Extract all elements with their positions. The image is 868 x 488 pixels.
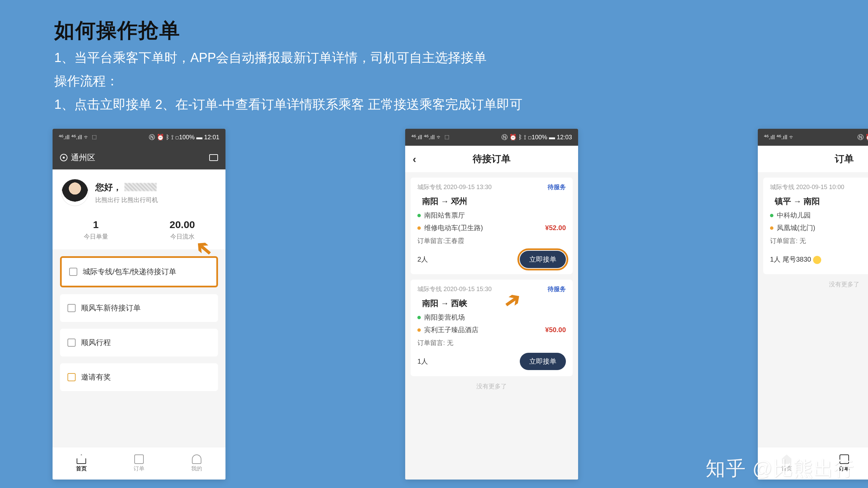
page-header: 订单 xyxy=(758,146,868,172)
order-people: 1人 尾号3830 xyxy=(770,255,821,264)
status-left: ⁴⁶.ıll ⁴⁶.ıll ᯤ ⬚ xyxy=(411,134,450,141)
order-card[interactable]: 城际专线 2020-09-15 15:30待服务 南阳 → 西峡 南阳姜营机场 … xyxy=(411,280,573,376)
status-left: ⁴⁶.ıll ⁴⁶.ıll ᯤ xyxy=(764,134,795,141)
order-price: ¥52.00 xyxy=(545,224,566,232)
route-icon xyxy=(67,339,76,347)
status-right: Ⓝ ⏰ ᛒ ⟟ ▢100% ▬ 12:01 xyxy=(149,133,219,141)
tab-orders[interactable]: 订单 xyxy=(110,447,168,480)
order-status: 待服务 xyxy=(548,285,566,293)
accept-order-button[interactable]: 立即接单 xyxy=(520,353,566,370)
order-status: 待服务 xyxy=(548,183,566,191)
order-from: 中科幼儿园 xyxy=(777,211,811,220)
avatar[interactable] xyxy=(61,179,88,206)
phone-icon[interactable] xyxy=(813,256,821,264)
user-icon xyxy=(192,454,201,464)
stat-label: 今日单量 xyxy=(53,232,139,241)
stat-value: 1 xyxy=(53,219,139,230)
page-title: 如何操作抢单 xyxy=(54,17,522,44)
tab-bar: 首页 订单 我的 xyxy=(53,447,225,480)
intro-line-2: 操作流程： xyxy=(54,71,522,91)
stat-orders[interactable]: 1 今日单量 xyxy=(53,219,139,241)
order-meta: 城际专线 2020-09-15 13:30 xyxy=(417,183,492,191)
stat-value: 20.00 xyxy=(139,219,225,230)
origin-dot-icon xyxy=(417,214,421,217)
location-text[interactable]: 通州区 xyxy=(71,152,95,163)
tab-label: 订单 xyxy=(134,465,144,472)
bookmark-icon xyxy=(67,304,76,312)
dest-dot-icon xyxy=(417,328,421,332)
order-route: 南阳 → 西峡 xyxy=(417,297,566,309)
mail-icon[interactable] xyxy=(209,154,218,161)
menu-label: 顺风行程 xyxy=(81,338,111,348)
tab-label: 首页 xyxy=(76,465,87,472)
dest-dot-icon xyxy=(417,226,421,230)
gift-icon xyxy=(67,373,76,381)
tab-profile[interactable]: 我的 xyxy=(168,447,225,480)
menu-intercity-orders[interactable]: 城际专线/包车/快递待接订单 xyxy=(60,256,218,287)
status-left: ⁴⁶.ıll ⁴⁶.ıll ᯤ ⬚ xyxy=(59,134,98,141)
order-from: 南阳站售票厅 xyxy=(424,211,465,220)
order-meta: 城际专线 2020-09-15 15:30 xyxy=(417,285,492,293)
menu-rideshare-new[interactable]: 顺风车新待接订单 xyxy=(60,294,218,322)
greeting-prefix: 您好， xyxy=(95,181,122,193)
menu-rideshare-trips[interactable]: 顺风行程 xyxy=(60,329,218,357)
list-icon xyxy=(69,268,77,276)
accept-order-button[interactable]: 立即接单 xyxy=(520,251,566,268)
back-icon[interactable]: ‹ xyxy=(413,153,416,165)
order-card[interactable]: 城际专线 2020-09-15 10:00待服务 镇平 → 南阳 中科幼儿园 凤… xyxy=(763,178,868,274)
order-route: 镇平 → 南阳 xyxy=(770,195,868,207)
intro-line-3: 1、点击立即接单 2、在-订单-中查看订单详情联系乘客 正常接送乘客完成订单即可 xyxy=(54,95,522,115)
order-meta: 城际专线 2020-09-15 10:00 xyxy=(770,183,844,191)
stat-label: 今日流水 xyxy=(139,232,225,241)
tab-label: 我的 xyxy=(191,465,202,472)
status-bar: ⁴⁶.ıll ⁴⁶.ıll ᯤ Ⓝ ⏰ ᛒ ⟟ ▢63% ▬ 10:23 xyxy=(758,129,868,146)
location-pin-icon xyxy=(60,154,67,161)
dest-dot-icon xyxy=(770,226,773,230)
order-people: 2人 xyxy=(417,255,428,264)
order-to: 维修电动车(卫生路) xyxy=(424,223,483,232)
menu-label: 城际专线/包车/快递待接订单 xyxy=(83,267,176,277)
phone-screenshot-3: ⁴⁶.ıll ⁴⁶.ıll ᯤ Ⓝ ⏰ ᛒ ⟟ ▢63% ▬ 10:23 订单 … xyxy=(758,129,868,480)
order-card[interactable]: 城际专线 2020-09-15 13:30待服务 南阳 → 邓州 南阳站售票厅 … xyxy=(411,178,573,274)
no-more-text: 没有更多了 xyxy=(405,376,578,396)
greeting-card: 您好， 比熊出行 比熊出行司机 xyxy=(53,169,225,215)
stat-revenue[interactable]: 20.00 今日流水 xyxy=(139,219,225,241)
tab-home[interactable]: 首页 xyxy=(53,447,110,480)
page-header: ‹ 待接订单 xyxy=(405,146,578,172)
status-bar: ⁴⁶.ıll ⁴⁶.ıll ᯤ ⬚ Ⓝ ⏰ ᛒ ⟟ ▢100% ▬ 12:03 xyxy=(405,129,578,146)
status-right: Ⓝ ⏰ ᛒ ⟟ ▢100% ▬ 12:03 xyxy=(501,133,572,141)
order-people: 1人 xyxy=(417,357,428,366)
order-message: 订单留言:王春霞 xyxy=(417,236,566,245)
order-message: 订单留言: 无 xyxy=(770,236,868,245)
order-route: 南阳 → 邓州 xyxy=(417,195,566,207)
order-to: 凤凰城(北门) xyxy=(777,223,815,232)
phone-screenshot-2: ⁴⁶.ıll ⁴⁶.ıll ᯤ ⬚ Ⓝ ⏰ ᛒ ⟟ ▢100% ▬ 12:03 … xyxy=(405,129,578,480)
status-bar: ⁴⁶.ıll ⁴⁶.ıll ᯤ ⬚ Ⓝ ⏰ ᛒ ⟟ ▢100% ▬ 12:01 xyxy=(53,129,225,146)
menu-invite[interactable]: 邀请有奖 xyxy=(60,363,218,391)
header-title: 订单 xyxy=(835,152,854,165)
origin-dot-icon xyxy=(770,214,773,217)
greeting-sub: 比熊出行 比熊出行司机 xyxy=(95,196,158,204)
intro-line-1: 1、当平台乘客下单时，APP会自动播报最新订单详情，司机可自主选择接单 xyxy=(54,48,522,68)
order-to: 宾利王子臻品酒店 xyxy=(424,325,478,334)
header-title: 待接订单 xyxy=(473,152,511,165)
no-more-text: 没有更多了 xyxy=(758,274,868,294)
location-bar: 通州区 xyxy=(53,146,225,169)
order-from: 南阳姜营机场 xyxy=(424,313,465,322)
order-message: 订单留言: 无 xyxy=(417,338,566,347)
menu-label: 邀请有奖 xyxy=(81,372,111,382)
origin-dot-icon xyxy=(417,316,421,319)
phone-screenshot-1: ⁴⁶.ıll ⁴⁶.ıll ᯤ ⬚ Ⓝ ⏰ ᛒ ⟟ ▢100% ▬ 12:01 … xyxy=(53,129,225,480)
greeting-name-blurred xyxy=(124,183,157,191)
status-right: Ⓝ ⏰ ᛒ ⟟ ▢63% ▬ 10:23 xyxy=(857,133,868,141)
menu-label: 顺风车新待接订单 xyxy=(81,303,141,313)
home-icon xyxy=(77,454,86,464)
order-icon xyxy=(134,454,144,464)
order-price: ¥50.00 xyxy=(545,326,566,334)
watermark: 知乎 @比熊出行 xyxy=(706,455,854,482)
